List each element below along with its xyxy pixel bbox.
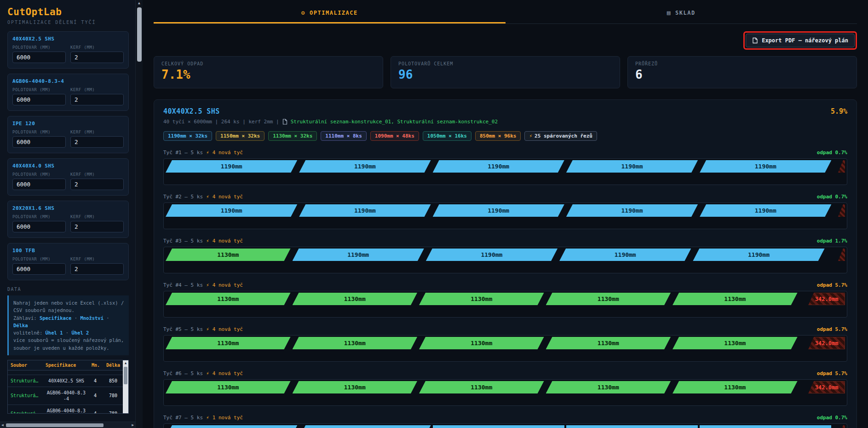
paired-cuts-label: 4 nová tyč: [213, 194, 243, 200]
info-line-2: Záhlaví: Specifikace · Množství · Délka: [13, 314, 124, 330]
cut-segment: 1130mm: [546, 293, 671, 305]
cut-segment: 1190mm: [559, 249, 691, 261]
sidebar-scrollbar[interactable]: ▲: [135, 0, 143, 428]
cut-segment: 1190mm: [299, 160, 431, 173]
paired-cuts-label: 4 nová tyč: [213, 370, 243, 376]
upload-info-box: Nahraj jeden nebo více Excel (.xlsx) / C…: [7, 295, 129, 355]
field: KERF (MM): [70, 45, 124, 63]
export-pdf-button[interactable]: Export PDF — nářezový plán: [746, 34, 855, 47]
stat-value: 6: [635, 68, 849, 81]
table-cell-qty: 4: [89, 393, 102, 398]
cut-segment: 1190mm: [293, 249, 424, 261]
info-line-1: Nahraj jeden nebo více Excel (.xlsx) / C…: [13, 299, 124, 314]
tab-sklad[interactable]: ▤ SKLAD: [506, 2, 857, 23]
gear-icon: ⚙: [301, 9, 305, 16]
bar-row: Tyč #7 — 5 ks⚡1 nová tyčodpad 0.7%1190mm…: [163, 415, 847, 428]
cut-segment: 1130mm: [293, 381, 418, 393]
bar-label: Tyč #1 — 5 ks: [163, 150, 203, 156]
field-label: POLOTOVAR (MM): [12, 257, 66, 261]
paired-cuts-label: 4 nová tyč: [213, 150, 243, 156]
file-icon: [282, 119, 287, 125]
scroll-up-icon[interactable]: ▲: [125, 360, 126, 366]
table-scrollbar-thumb[interactable]: [124, 367, 127, 384]
profile-card: 20X20X1.6 SHSPOLOTOVAR (MM)KERF (MM): [7, 201, 129, 238]
field: POLOTOVAR (MM): [12, 214, 66, 232]
table-cell-spec: 40X40X2.5 SHS: [46, 370, 87, 372]
cut-segment: 1190mm: [700, 160, 831, 173]
import-table-header: SouborSpecifikaceMn.Délka: [8, 360, 128, 370]
polotovar-input[interactable]: [12, 263, 66, 275]
table-header-cell: Mn.: [92, 363, 104, 368]
export-pdf-icon: [752, 37, 758, 44]
scroll-right-icon[interactable]: ▶: [130, 423, 135, 427]
cut-segment: 1130mm: [673, 293, 798, 305]
cut-segment: 1130mm: [166, 337, 291, 349]
polotovar-input[interactable]: [12, 179, 66, 190]
tab-label: SKLAD: [675, 10, 696, 16]
waste-percent-label: odpad 0.7%: [817, 415, 847, 421]
waste-piece: 342.0mm: [808, 337, 845, 349]
kerf-input[interactable]: [70, 52, 124, 63]
kerf-input[interactable]: [70, 136, 124, 148]
annotation-highlight-box: Export PDF — nářezový plán: [743, 31, 857, 50]
kerf-input[interactable]: [70, 221, 124, 232]
waste-percent-label: odpad 0.7%: [817, 194, 847, 200]
profile-section: 40X40X2.5 SHS 5.9% 40 tyčí × 6000mm | 26…: [154, 99, 857, 428]
field-label: POLOTOVAR (MM): [12, 130, 66, 134]
kerf-input[interactable]: [70, 263, 124, 275]
bolt-icon: ⚡: [206, 370, 209, 376]
tab-optimalizace[interactable]: ⚙ OPTIMALIZACE: [154, 2, 506, 23]
kerf-input[interactable]: [70, 94, 124, 105]
scroll-left-icon[interactable]: ◀: [0, 423, 5, 427]
field-label: POLOTOVAR (MM): [12, 172, 66, 177]
size-chips-row: 1190mm × 32ks1150mm × 32ks1130mm × 32ks1…: [163, 131, 847, 141]
field-row: POLOTOVAR (MM)KERF (MM): [12, 214, 124, 232]
section-waste-percent: 5.9%: [831, 107, 847, 116]
cut-segment: 1130mm: [293, 337, 418, 349]
profiles-list: 40X40X2.5 SHSPOLOTOVAR (MM)KERF (MM)AGB0…: [7, 31, 129, 280]
field: KERF (MM): [70, 87, 124, 105]
archive-icon: ▤: [667, 9, 671, 16]
bar-label: Tyč #5 — 5 ks: [163, 326, 203, 332]
table-cell-len: 850: [103, 378, 123, 383]
profile-title: AGB06-4040-8.3-4: [12, 78, 124, 84]
hscrollbar-thumb[interactable]: [6, 423, 103, 427]
source-files: Strukturální seznam-konstrukce_01, Struk…: [291, 119, 498, 125]
cut-segment: 1130mm: [546, 337, 671, 349]
field: POLOTOVAR (MM): [12, 87, 66, 105]
stat-label: POLOTOVARŮ CELKEM: [398, 61, 612, 66]
table-vertical-scrollbar[interactable]: ▲: [123, 360, 128, 413]
sidebar-scrollbar-thumb[interactable]: [137, 7, 142, 62]
cut-segment: 1190mm: [693, 249, 824, 261]
profile-title: 40X40X2.5 SHS: [12, 36, 124, 42]
bar-row: Tyč #1 — 5 ks⚡4 nová tyčodpad 0.7%1190mm…: [163, 150, 847, 185]
waste-percent-label: odpad 5.7%: [817, 326, 847, 332]
table-cell-spec: 40X40X2.5 SHS: [46, 378, 87, 384]
cut-segment: 1130mm: [419, 337, 544, 349]
cut-segment: 1130mm: [166, 381, 291, 393]
cut-segment: 1190mm: [566, 425, 698, 428]
polotovar-input[interactable]: [12, 52, 66, 63]
bolt-icon: ⚡: [206, 194, 209, 200]
polotovar-input[interactable]: [12, 221, 66, 232]
paired-cuts-label: 1 nová tyč: [213, 415, 243, 421]
table-header-cell: Soubor: [11, 363, 44, 368]
import-table: SouborSpecifikaceMn.Délka Strukturá…40X4…: [7, 360, 129, 414]
polotovar-input[interactable]: [12, 94, 66, 105]
export-pdf-label: Export PDF — nářezový plán: [762, 37, 848, 44]
kerf-input[interactable]: [70, 179, 124, 190]
table-horizontal-scrollbar[interactable]: ◀ ▶: [0, 422, 135, 428]
paired-cuts-chip: ⚡25 spárovaných řezů: [524, 131, 597, 141]
size-chip: 1190mm × 32ks: [163, 131, 212, 141]
cut-segment: 1190mm: [166, 160, 297, 173]
field-row: POLOTOVAR (MM)KERF (MM): [12, 130, 124, 148]
waste-percent-label: odpad 0.7%: [817, 150, 847, 156]
table-row: Strukturá…40X40X2.5 SHS4850: [8, 370, 123, 375]
sidebar-scroll-up-icon[interactable]: ▲: [138, 0, 140, 6]
size-chip: 1130mm × 32ks: [268, 131, 317, 141]
field-label: KERF (MM): [70, 214, 124, 219]
field: KERF (MM): [70, 214, 124, 232]
stat-value: 7.1%: [161, 68, 375, 81]
polotovar-input[interactable]: [12, 136, 66, 148]
bar-row-header: Tyč #3 — 5 ks⚡4 nová tyčodpad 1.7%: [163, 238, 847, 244]
